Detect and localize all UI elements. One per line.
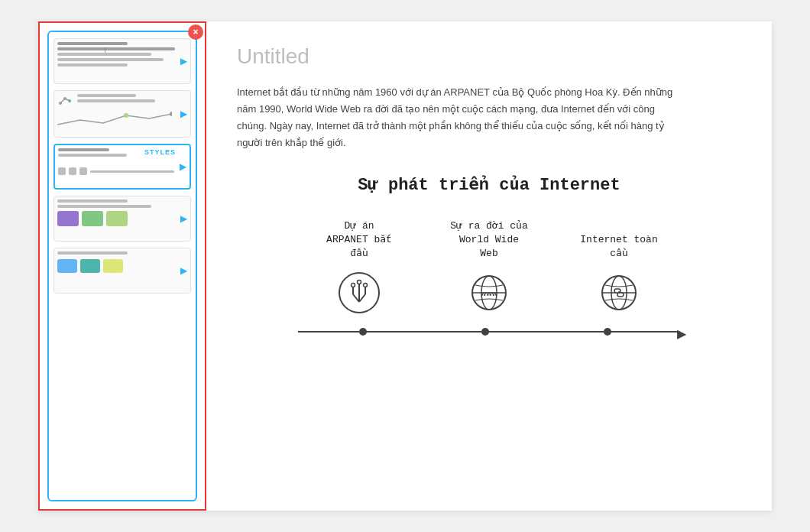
style-line [90, 170, 174, 173]
block-teal [80, 259, 100, 273]
style-icon-sq [69, 167, 76, 175]
template-item-chart[interactable]: ▶ [53, 90, 191, 138]
arpanet-icon [336, 270, 382, 316]
www-icon: WWW [466, 270, 512, 316]
template-line [77, 99, 155, 102]
template-item-text[interactable]: ▶ [53, 38, 191, 84]
template-line [57, 251, 128, 255]
style-icon-sq [79, 167, 87, 175]
page-title: Untitled [237, 44, 741, 69]
timeline-label-www: Sự ra đời củaWorld WideWeb [450, 218, 528, 261]
svg-text:WWW: WWW [481, 290, 498, 297]
template-line [58, 154, 127, 157]
line-chart [57, 109, 172, 131]
template-item-small-blocks[interactable]: ▶ [53, 248, 191, 294]
arrow-right-icon: ▶ [180, 109, 187, 119]
small-blocks-row [57, 259, 175, 273]
timeline-title: Sự phát triển của Internet [237, 174, 741, 195]
intro-text: Internet bắt đầu từ những năm 1960 với d… [237, 84, 680, 151]
svg-point-6 [170, 112, 172, 116]
svg-rect-24 [617, 293, 624, 297]
svg-point-4 [68, 99, 71, 102]
main-container: × ▶ [38, 21, 772, 511]
timeline-line [298, 331, 680, 332]
svg-line-12 [359, 294, 365, 302]
panel-inner: × ▶ [47, 31, 197, 501]
timeline-arrow-icon: ▶ [677, 326, 686, 341]
style-icons-row [58, 167, 174, 175]
timeline-item-www: Sự ra đời củaWorld WideWeb [439, 218, 539, 316]
arrow-right-icon: ▶ [180, 56, 187, 66]
template-item-blocks[interactable]: ▶ [53, 196, 191, 242]
template-line [57, 200, 128, 203]
right-content: Untitled Internet bắt đầu từ những năm 1… [206, 21, 772, 511]
timeline-line-container: ▶ [298, 323, 680, 339]
timeline-items: Dự ánARPANET bắtđầu [237, 218, 741, 316]
timeline-dot-2 [481, 328, 489, 336]
template-line [57, 58, 164, 61]
template-line [57, 63, 128, 66]
timeline-label-global: Internet toàncầu [580, 218, 657, 261]
timeline-dot-1 [359, 328, 367, 336]
svg-point-13 [352, 284, 355, 287]
global-icon [596, 270, 642, 316]
template-line [58, 148, 109, 151]
arrow-right-icon: ▶ [180, 161, 186, 172]
arrow-right-icon: ▶ [180, 213, 187, 224]
chart-icon [57, 94, 73, 106]
template-line [57, 53, 151, 56]
block-lime [106, 211, 128, 226]
blocks-row [57, 211, 175, 226]
block-green [82, 211, 103, 226]
template-line [57, 205, 151, 208]
block-purple [57, 211, 79, 226]
arrow-right-icon: ▶ [180, 265, 187, 276]
svg-point-5 [124, 113, 128, 118]
svg-line-11 [353, 294, 359, 302]
template-line [57, 47, 175, 50]
page-wrapper: × ▶ [0, 0, 810, 532]
block-lime2 [103, 259, 123, 273]
template-line [57, 42, 128, 45]
svg-point-15 [364, 284, 368, 287]
timeline-dot-3 [604, 328, 611, 336]
timeline-item-arpanet: Dự ánARPANET bắtđầu [309, 218, 409, 316]
timeline-section: Sự phát triển của Internet Dự ánARPANET … [237, 174, 741, 339]
close-button[interactable]: × [188, 24, 203, 40]
styles-label: STYLES [144, 148, 176, 156]
timeline-item-global: Internet toàncầu [569, 218, 669, 316]
svg-point-14 [358, 281, 361, 284]
timeline-label-arpanet: Dự ánARPANET bắtđầu [326, 218, 392, 261]
block-blue [57, 259, 77, 273]
left-panel: × ▶ [38, 21, 206, 511]
template-line [77, 94, 136, 97]
template-item-styles[interactable]: STYLES ▶ [53, 144, 191, 190]
style-icon-sq [58, 167, 66, 175]
